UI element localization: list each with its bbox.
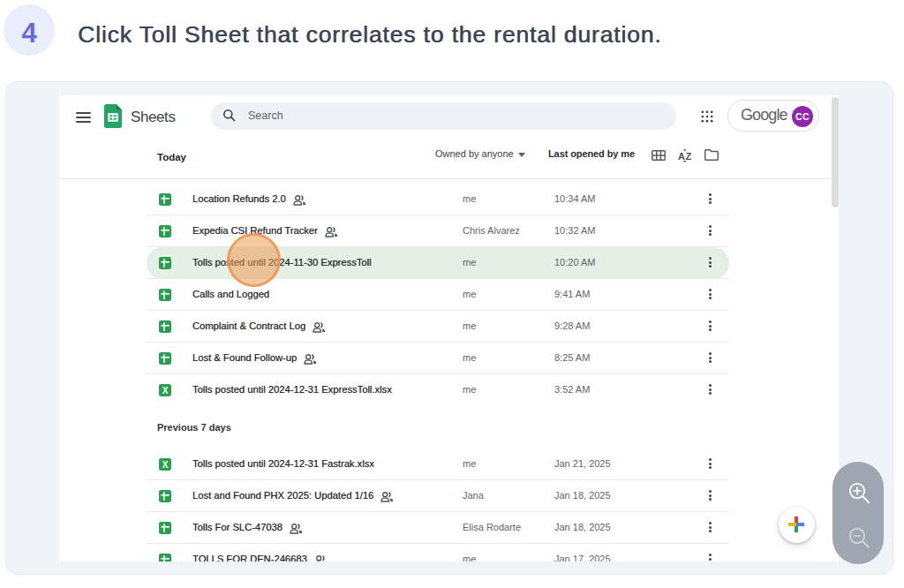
svg-text:X: X xyxy=(162,386,168,396)
svg-text:X: X xyxy=(162,460,168,470)
svg-text:Z: Z xyxy=(686,151,692,162)
svg-text:A: A xyxy=(678,151,685,162)
